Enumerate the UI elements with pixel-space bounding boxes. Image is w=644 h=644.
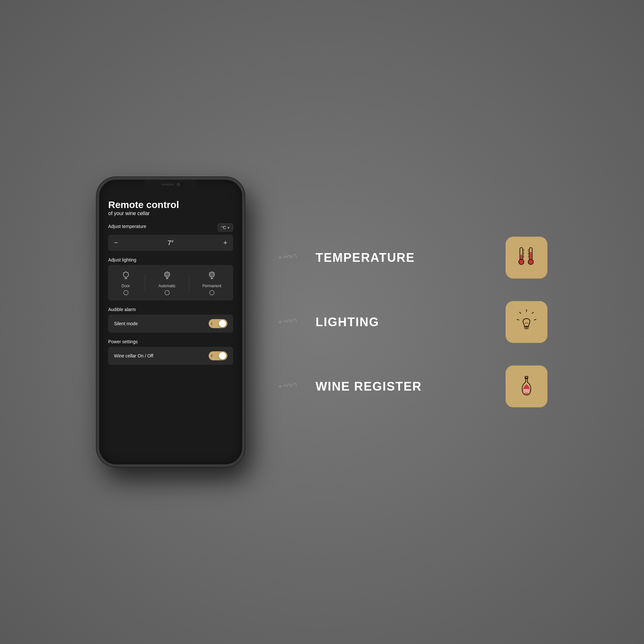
lighting-icon-box [506,301,547,343]
phone-body: Remote control of your wine cellar Adjus… [97,177,245,467]
lighting-divider-1 [145,275,145,291]
app-title: Remote control [108,199,233,211]
svg-line-41 [532,312,534,314]
temperature-control: − 7° + [108,235,233,251]
wine-cellar-toggle[interactable]: I [209,351,227,360]
lightbulb-icon [514,309,539,335]
side-button-left-1 [97,225,98,238]
wine-register-icon-box [506,365,547,407]
phone-notch [145,180,196,189]
side-button-left-3 [97,268,98,288]
permanent-bulb-icon: P [206,270,218,282]
door-bulb-icon [120,270,132,282]
svg-rect-49 [523,389,530,393]
lighting-panel: Door A [108,265,233,300]
notch-sensor [161,184,174,185]
lighting-signal-icon [277,314,299,330]
svg-point-25 [519,259,524,264]
svg-text:P: P [211,274,213,276]
lighting-label: Adjust lighting [108,257,233,262]
auto-bulb-icon: A [161,270,173,282]
permanent-label: Permanent [203,284,222,288]
alarm-section-label: Audible alarm [108,307,233,312]
svg-line-10 [165,272,165,273]
wine-bottle-icon [514,374,539,399]
lighting-feature-row: LIGHTING [277,301,547,343]
svg-line-18 [209,272,210,273]
door-label: Door [122,284,130,288]
temp-minus-button[interactable]: − [114,239,118,247]
svg-point-33 [528,259,533,264]
notch-camera [177,183,180,186]
svg-point-47 [279,385,281,388]
power-section-label: Power settings [108,339,233,344]
thermometer-icon [514,245,539,270]
svg-line-43 [534,319,536,320]
svg-line-44 [517,319,519,320]
main-scene: Remote control of your wine cellar Adjus… [97,177,547,467]
wine-cellar-power-label: Wine cellar On / Off [114,353,153,358]
toggle-knob [219,320,226,327]
wine-register-feature-row: WINE REGISTER [277,365,547,407]
door-radio[interactable] [123,290,128,295]
temp-plus-button[interactable]: + [223,239,227,247]
svg-line-4 [123,272,124,273]
lighting-option-door[interactable]: Door [120,270,132,295]
toggle-indicator: I [211,322,212,326]
auto-radio[interactable] [165,290,170,295]
auto-label: Automatic [158,284,175,288]
wine-register-feature-name: WINE REGISTER [316,380,489,393]
svg-point-0 [123,272,128,277]
temp-display: 7° [167,239,174,247]
wine-register-signal-icon [277,378,299,394]
power-panel: Wine cellar On / Off I [108,347,233,365]
silent-mode-toggle[interactable]: I [209,319,227,328]
svg-line-42 [520,312,521,314]
power-toggle-indicator: I [211,354,212,358]
phone-screen: Remote control of your wine cellar Adjus… [99,180,242,464]
permanent-radio[interactable] [209,290,214,295]
side-button-left-2 [97,244,98,263]
app-subtitle: of your wine cellar [108,211,233,216]
features-panel: TEMPERATURE [277,237,547,407]
svg-point-39 [279,321,281,323]
temp-header: Adjust temperature °C ∨ [108,223,233,232]
unit-selector[interactable]: °C ∨ [218,223,233,232]
svg-line-11 [169,272,170,273]
svg-point-22 [279,256,281,259]
temp-label: Adjust temperature [108,224,146,229]
svg-line-5 [128,272,128,273]
phone-mockup: Remote control of your wine cellar Adjus… [97,177,251,467]
temperature-feature-row: TEMPERATURE [277,237,547,279]
temperature-feature-name: TEMPERATURE [316,251,489,265]
unit-value: °C [221,225,226,230]
lighting-option-auto[interactable]: A Automatic [158,270,175,295]
power-toggle-knob [219,352,226,359]
alarm-panel: Silent mode I [108,315,233,333]
svg-text:A: A [166,274,168,276]
lighting-option-permanent[interactable]: P Permanent [203,270,222,295]
unit-chevron: ∨ [227,226,230,229]
temperature-icon-box [506,237,547,279]
svg-line-19 [214,272,214,273]
side-button-right [243,238,245,263]
temperature-signal-icon [277,250,299,266]
lighting-feature-name: LIGHTING [316,315,489,329]
lighting-divider-2 [189,275,189,291]
silent-mode-label: Silent mode [114,321,138,326]
